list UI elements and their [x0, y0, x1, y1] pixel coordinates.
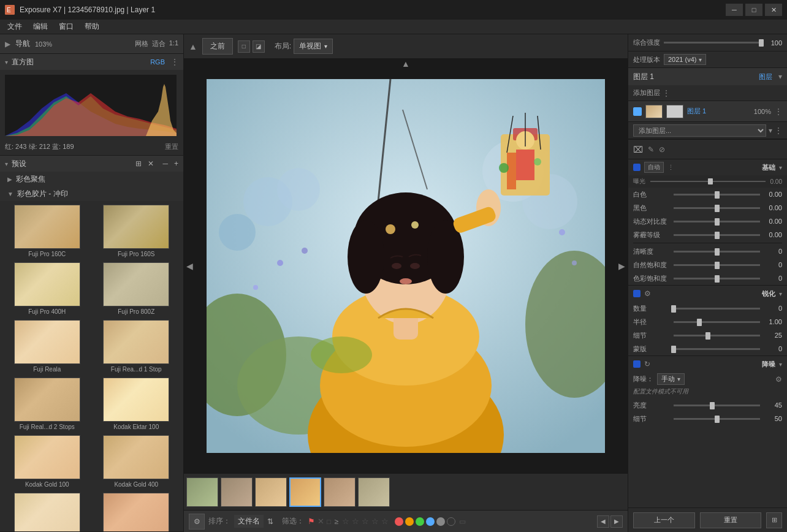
preset-item-kodak-ektar[interactable]: Kodak Ektar 100 — [94, 378, 179, 430]
nav-one-to-one[interactable]: 1:1 — [169, 39, 178, 48]
filter-cross-icon[interactable]: ✕ — [317, 517, 324, 526]
layer-opacity[interactable]: 100% — [754, 108, 771, 115]
basic-menu-icon[interactable]: ⋮ — [667, 164, 674, 172]
adj-slider-mask[interactable] — [674, 344, 760, 353]
presets-plus[interactable]: + — [174, 159, 178, 168]
view-icon-triangle[interactable]: ◪ — [253, 40, 265, 53]
crop-icon[interactable]: ⌧ — [633, 145, 643, 154]
filter-star-5[interactable]: ☆ — [381, 517, 389, 526]
noise-mode-dropdown[interactable]: 手动 ▾ — [657, 373, 685, 385]
basic-collapse-icon[interactable]: ▾ — [779, 164, 782, 171]
adj-slider-luminance[interactable] — [674, 401, 760, 409]
add-layer-row[interactable]: 添加图层 ⋮ — [628, 85, 787, 101]
adj-slider-black[interactable] — [674, 203, 760, 212]
nav-grid[interactable]: 网格 — [135, 39, 148, 48]
menu-window[interactable]: 窗口 — [54, 20, 78, 33]
exposure-slider-track[interactable] — [650, 181, 766, 182]
adj-slider-detail[interactable] — [674, 331, 760, 340]
pencil-icon[interactable]: ✎ — [648, 145, 654, 154]
layout-dropdown[interactable]: 单视图 ▾ — [294, 39, 333, 54]
sharp-header[interactable]: ⚙ 锐化 ▾ — [628, 286, 787, 302]
dropdown-chevron-icon[interactable]: ▾ — [769, 126, 772, 135]
noise-settings-icon[interactable]: ⚙ — [775, 375, 782, 384]
filter-star-4[interactable]: ☆ — [371, 517, 379, 526]
preset-item-fuji-400h[interactable]: Fuji Pro 400H — [5, 262, 89, 315]
presets-list-icon[interactable]: ✕ — [148, 159, 154, 168]
filmstrip-item-5[interactable] — [324, 477, 355, 507]
filter-orange-dot[interactable] — [405, 517, 414, 526]
preset-group-color-focus[interactable]: ▶ 彩色聚焦 — [0, 172, 183, 186]
adj-slider-clarity[interactable] — [674, 247, 760, 256]
adj-slider-vibrance[interactable] — [674, 260, 760, 269]
sort-direction-icon[interactable]: ⇅ — [267, 517, 273, 526]
adj-slider-saturation[interactable] — [674, 274, 760, 283]
histogram-menu[interactable]: ⋮ — [171, 58, 178, 66]
minimize-button[interactable]: ─ — [726, 4, 743, 16]
previous-button[interactable]: 上一个 — [633, 512, 695, 528]
filmstrip-item-3[interactable] — [255, 477, 287, 507]
view-icon-square[interactable]: □ — [238, 40, 250, 53]
preset-item-kodak-gold-100[interactable]: Kodak Gold 100 — [5, 435, 89, 488]
basic-adj-header[interactable]: 自动 ⋮ 基础 ▾ — [628, 159, 787, 175]
maximize-button[interactable]: □ — [745, 4, 762, 16]
toolbar-collapse-icon[interactable]: ▲ — [189, 42, 197, 51]
copy-button[interactable]: ⊞ — [766, 512, 782, 528]
filmstrip-item-6[interactable] — [358, 477, 390, 507]
presets-header[interactable]: 预设 ⊞ ✕ ─ + — [0, 156, 183, 172]
adj-slider-white[interactable] — [674, 190, 760, 199]
menu-help[interactable]: 帮助 — [80, 20, 104, 33]
layer-name[interactable]: 图层 1 — [687, 107, 750, 116]
preset-item-fuji-reala-2stops[interactable]: Fuji Real...d 2 Stops — [5, 378, 89, 430]
adj-slider-dynamic-contrast[interactable] — [674, 217, 760, 226]
layer-menu-icon[interactable]: ⋮ — [775, 107, 782, 116]
filter-red-dot[interactable] — [395, 517, 403, 526]
auto-button[interactable]: 自动 — [644, 162, 664, 173]
layer-color-indicator[interactable] — [633, 107, 642, 116]
filter-square-icon[interactable]: □ — [327, 518, 331, 525]
filter-dark-dot[interactable] — [447, 517, 455, 526]
eyedropper-icon[interactable]: ⊘ — [659, 145, 665, 154]
adj-slider-noise-detail[interactable] — [674, 414, 760, 423]
noise-header[interactable]: ↻ 降噪 ▾ — [628, 356, 787, 372]
preset-item-kodak-portra-160nc[interactable]: Kodak P...a 160NC — [5, 493, 89, 531]
filmstrip-item-4-active[interactable] — [289, 477, 321, 507]
dropdown-menu-icon[interactable]: ⋮ — [775, 126, 782, 135]
presets-grid-icon[interactable]: ⊞ — [135, 159, 142, 168]
version-dropdown[interactable]: 2021 (v4) ▾ — [664, 54, 706, 65]
noise-refresh-icon[interactable]: ↻ — [644, 360, 650, 368]
adj-slider-amount[interactable] — [674, 304, 760, 313]
expand-top-icon[interactable]: ▲ — [401, 59, 410, 69]
collapse-right-icon[interactable]: ▶ — [616, 259, 628, 273]
preset-item-fuji-reala-1stop[interactable]: Fuji Rea...d 1 Stop — [94, 320, 179, 373]
settings-button[interactable]: ⚙ — [189, 514, 205, 530]
add-layer-select[interactable]: 添加图层... — [633, 124, 766, 137]
sharp-settings-icon[interactable]: ⚙ — [644, 289, 651, 298]
layers-panel-button[interactable]: 图层 — [759, 72, 772, 82]
sort-dropdown[interactable]: 文件名 — [234, 515, 264, 528]
filmstrip-item-2[interactable] — [221, 477, 253, 507]
layers-chevron-icon[interactable]: ▾ — [778, 72, 782, 81]
filmstrip-prev-arrow[interactable]: ◀ — [597, 515, 609, 528]
filter-star-3[interactable]: ☆ — [362, 517, 369, 526]
adj-slider-radius[interactable] — [674, 317, 760, 326]
sharp-collapse-icon[interactable]: ▾ — [779, 291, 782, 297]
filter-star-1[interactable]: ☆ — [342, 517, 349, 526]
preset-group-film[interactable]: ▼ 彩色胶片 - 冲印 — [0, 186, 183, 201]
preset-item-fuji-800z[interactable]: Fuji Pro 800Z — [94, 262, 179, 315]
filter-gray-dot[interactable] — [436, 517, 445, 526]
strength-slider[interactable] — [664, 39, 761, 47]
filmstrip-item-1[interactable] — [186, 477, 218, 507]
filmstrip-next-arrow[interactable]: ▶ — [610, 515, 623, 528]
menu-edit[interactable]: 编辑 — [28, 20, 53, 33]
preset-item-fuji-160s[interactable]: Fuji Pro 160S — [94, 205, 179, 257]
filter-rect-icon[interactable]: ▭ — [459, 517, 466, 526]
nav-collapse-arrow[interactable]: ▶ — [5, 40, 10, 48]
close-button[interactable]: ✕ — [765, 4, 782, 16]
histogram-reset[interactable]: 重置 — [165, 142, 178, 151]
preset-item-fuji-160c[interactable]: Fuji Pro 160C — [5, 205, 89, 257]
preset-item-kodak-gold-400[interactable]: Kodak Gold 400 — [94, 435, 179, 488]
histogram-header[interactable]: 直方图 RGB ⋮ — [0, 54, 183, 70]
filter-green-dot[interactable] — [416, 517, 424, 526]
before-button[interactable]: 之前 — [202, 38, 233, 55]
reset-button[interactable]: 重置 — [700, 512, 762, 528]
